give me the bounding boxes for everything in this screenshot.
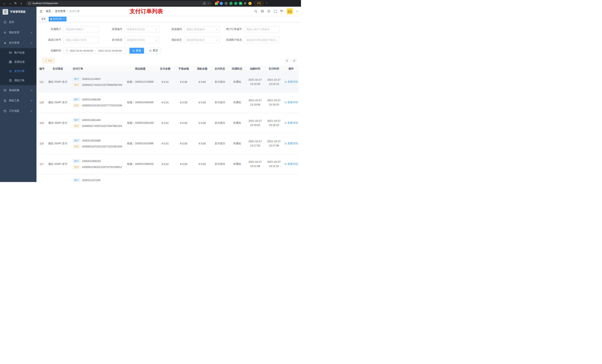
breadcrumb-payment[interactable]: 支付管理 xyxy=(55,10,65,13)
merchant-order-no-input[interactable] xyxy=(244,26,280,32)
site-info-icon[interactable] xyxy=(28,2,31,5)
close-icon[interactable]: × xyxy=(63,18,64,20)
table-tools xyxy=(284,58,299,63)
search-icon[interactable] xyxy=(254,10,257,13)
font-size-icon[interactable]: TT xyxy=(280,10,283,13)
extension-chat-icon[interactable]: ✉ xyxy=(239,2,242,5)
table-row: 118 微信 JSAPI 支付 商户1635311823086 支付420000… xyxy=(38,133,299,154)
pay-tag: 支付 xyxy=(73,83,80,87)
channel-code-select[interactable] xyxy=(184,26,220,32)
tags-view: 首页 支付订单 × xyxy=(36,16,301,22)
browser-update-button[interactable]: 更新 xyxy=(255,1,263,6)
avatar[interactable] xyxy=(287,8,293,14)
merchant-tag: 商户 xyxy=(73,178,80,182)
filter-label-refund-status: 退款状态 xyxy=(159,38,184,42)
search-icon xyxy=(285,81,287,83)
date-start: 2021-10-01 00:00:00 xyxy=(70,49,93,52)
reload-icon[interactable]: ↻ xyxy=(13,1,18,6)
table-row: 117 微信 JSAPI 支付 商户1635311468233 支付420000… xyxy=(38,154,299,174)
search-icon xyxy=(132,50,135,52)
view-detail-link[interactable]: 查看详情 xyxy=(285,142,298,145)
pay-tag: 支付 xyxy=(73,124,80,128)
sidebar-item-workflow[interactable]: 工作流程 xyxy=(0,106,36,116)
extension-face-icon[interactable]: ᵔᴥᵔ xyxy=(248,2,252,5)
back-icon[interactable]: ← xyxy=(2,1,7,6)
download-icon xyxy=(45,60,47,62)
sidebar-item-label: 支付管理 xyxy=(9,41,19,45)
breadcrumb: 首页 / 支付管理 / 支付订单 xyxy=(46,10,80,13)
address-bar[interactable]: localhost:1024/pay/order ☆ xyxy=(26,1,212,6)
reset-button[interactable]: 重置 xyxy=(146,48,161,54)
breadcrumb-home[interactable]: 首页 xyxy=(46,10,51,13)
merchant-tag: 商户 xyxy=(73,159,80,163)
view-detail-link[interactable]: 查看详情 xyxy=(285,121,298,125)
create-time-range-input[interactable]: 2021-10-01 00:00:00 - 2021-10-31 23:59:5… xyxy=(63,48,127,54)
monitor-icon xyxy=(3,89,7,92)
url-text: localhost:1024/pay/order xyxy=(32,2,58,5)
extension-check-icon[interactable]: ✓ xyxy=(234,2,237,5)
briefcase-icon xyxy=(3,110,7,113)
tab-pay-order[interactable]: 支付订单 × xyxy=(49,17,66,21)
sidebar-item-dev-tools[interactable]: 研发工具 xyxy=(0,95,36,106)
navbar-actions: TT ▼ xyxy=(254,8,298,14)
extensions-puzzle-icon[interactable] xyxy=(244,2,247,5)
avatar-caret-icon[interactable]: ▼ xyxy=(296,10,298,12)
toggle-search-icon[interactable] xyxy=(284,58,290,63)
tab-home[interactable]: 首页 xyxy=(39,17,48,21)
sidebar-item-pay-order[interactable]: 支付订单 xyxy=(0,67,36,76)
merchant-input[interactable] xyxy=(63,26,99,32)
sidebar-item-system[interactable]: 系统管理 xyxy=(0,27,36,38)
extension-gray-icon[interactable] xyxy=(225,2,228,5)
view-detail-link[interactable]: 查看详情 xyxy=(285,101,298,104)
orders-table: 编号 支付渠道 支付订单 商品标题 支付金额 手续金额 退款金额 支付状态 回调… xyxy=(38,66,299,182)
github-icon[interactable] xyxy=(261,10,264,13)
browser-menu-icon[interactable]: ⋮ xyxy=(265,1,269,6)
search-icon xyxy=(285,163,287,165)
hamburger-icon[interactable] xyxy=(39,10,43,13)
channel-order-no-input[interactable] xyxy=(63,37,99,43)
extension-green-icon[interactable] xyxy=(229,2,233,5)
app-no-select[interactable] xyxy=(124,26,159,32)
export-button[interactable]: 导出 xyxy=(43,58,55,63)
chevron-down-icon xyxy=(275,39,278,42)
merchant-tag: 商户 xyxy=(73,139,80,142)
filter-label-channel-code: 渠道编码 xyxy=(159,28,184,31)
sidebar-item-merchant-info[interactable]: 商户信息 xyxy=(0,48,36,57)
browser-home-icon[interactable]: ⌂ xyxy=(19,1,23,6)
sidebar-item-label: 商户信息 xyxy=(14,51,25,54)
table-row: 121 微信 JSAPI 支付 商户1635312124657 支付420000… xyxy=(38,72,299,92)
merchant-tag: 商户 xyxy=(73,77,80,81)
gear-icon xyxy=(3,31,7,34)
chevron-down-icon xyxy=(155,39,158,42)
extension-badge: 10 xyxy=(216,1,219,3)
notify-status-select[interactable] xyxy=(244,37,280,43)
sidebar-item-payment[interactable]: ¥ 支付管理 xyxy=(0,38,36,48)
search-icon xyxy=(285,101,287,104)
search-button[interactable]: 搜索 xyxy=(129,48,144,54)
sidebar-item-infrastructure[interactable]: 基础设施 xyxy=(0,85,36,95)
forward-icon[interactable]: → xyxy=(8,1,12,6)
share-icon[interactable] xyxy=(203,2,206,5)
sidebar-item-app-info[interactable]: 应用信息 xyxy=(0,57,36,67)
sidebar-item-label: 支付订单 xyxy=(14,70,25,73)
fullscreen-icon[interactable] xyxy=(274,10,277,13)
table-row: 120 微信 JSAPI 支付 商户1635311949168 支付420000… xyxy=(38,92,299,113)
refresh-table-icon[interactable] xyxy=(291,58,297,63)
extension-colorful-icon[interactable]: 10 xyxy=(215,2,218,5)
help-icon[interactable] xyxy=(267,10,270,13)
view-detail-link[interactable]: 查看详情 xyxy=(285,162,298,166)
extension-blue-icon[interactable] xyxy=(220,2,223,5)
sidebar-item-label: 系统管理 xyxy=(9,31,19,34)
bookmark-star-icon[interactable]: ☆ xyxy=(207,2,210,5)
view-detail-link[interactable]: 查看详情 xyxy=(285,80,298,83)
sidebar-item-refund-order[interactable]: 退款订单 xyxy=(0,76,36,85)
filter-label-channel-order-no: 渠道订单号 xyxy=(38,38,63,42)
breadcrumb-current: 支付订单 xyxy=(69,10,80,13)
search-icon xyxy=(285,142,287,145)
browser-chrome: ← → ↻ ⌂ localhost:1024/pay/order ☆ 10 ✓ … xyxy=(0,0,301,7)
pay-status-select[interactable] xyxy=(124,37,159,43)
sidebar-item-label: 工作流程 xyxy=(9,109,19,113)
refund-status-select[interactable] xyxy=(184,37,220,43)
sidebar-item-home[interactable]: 首页 xyxy=(0,17,36,27)
filter-label-merchant-order-no: 商户订单编号 xyxy=(220,28,244,31)
